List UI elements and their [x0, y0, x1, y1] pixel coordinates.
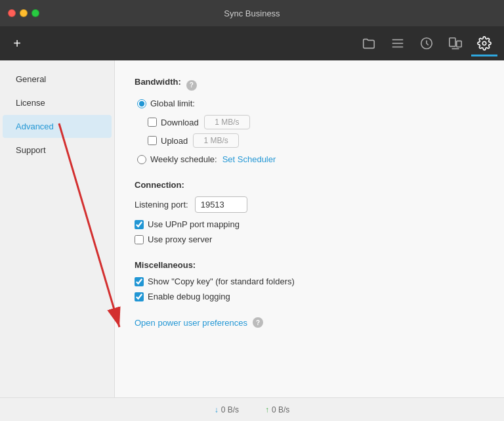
content-area: Bandwidth: ? Global limit: Download	[115, 60, 504, 397]
sidebar-item-support[interactable]: Support	[3, 139, 112, 162]
add-button[interactable]: +	[7, 33, 28, 54]
upload-status-value: 0 B/s	[272, 405, 289, 414]
sidebar: General License Advanced Support	[0, 60, 115, 397]
app-title: Sync Business	[224, 9, 280, 18]
power-user-help-icon[interactable]: ?	[253, 317, 263, 328]
connection-title: Connection:	[135, 180, 484, 190]
miscellaneous-section: Miscellaneous: Show "Copy key" (for stan…	[135, 260, 484, 301]
clock-icon[interactable]	[413, 30, 440, 56]
copy-key-row[interactable]: Show "Copy key" (for standard folders)	[135, 277, 484, 286]
download-status-value: 0 B/s	[221, 405, 239, 414]
weekly-schedule-radio-label[interactable]: Weekly schedule:	[137, 154, 217, 164]
set-scheduler-link[interactable]: Set Scheduler	[222, 154, 276, 164]
bandwidth-title: Bandwidth:	[135, 77, 181, 87]
bandwidth-section: Bandwidth: ? Global limit: Download	[135, 77, 484, 164]
misc-title: Miscellaneous:	[135, 260, 484, 270]
upload-checkbox-label[interactable]: Upload	[148, 136, 188, 146]
titlebar: Sync Business	[0, 0, 504, 26]
weekly-schedule-radio[interactable]	[137, 155, 146, 164]
sidebar-item-license[interactable]: License	[3, 91, 112, 114]
global-limit-radio-label[interactable]: Global limit:	[137, 99, 195, 108]
traffic-lights	[8, 9, 39, 17]
global-limit-radio[interactable]	[137, 99, 146, 108]
svg-rect-4	[450, 38, 455, 47]
download-checkbox[interactable]	[148, 118, 157, 127]
bandwidth-help-icon[interactable]: ?	[186, 80, 197, 91]
download-speed-input[interactable]	[204, 115, 250, 129]
upnp-row[interactable]: Use UPnP port mapping	[135, 219, 484, 229]
toolbar: +	[0, 26, 504, 60]
svg-rect-5	[457, 41, 461, 47]
devices-icon[interactable]	[442, 30, 469, 56]
sidebar-item-advanced[interactable]: Advanced	[3, 115, 112, 138]
main-layout: General License Advanced Support Bandwid…	[0, 60, 504, 397]
close-button[interactable]	[8, 9, 16, 17]
debug-checkbox[interactable]	[135, 292, 144, 301]
upload-row: Upload	[148, 133, 484, 148]
folder-icon[interactable]	[356, 30, 382, 56]
sidebar-item-general[interactable]: General	[3, 68, 112, 91]
upnp-checkbox[interactable]	[135, 220, 144, 229]
minimize-button[interactable]	[20, 9, 28, 17]
proxy-checkbox[interactable]	[135, 235, 144, 244]
download-arrow-icon: ↓	[215, 405, 219, 414]
debug-row[interactable]: Enable debug logging	[135, 292, 484, 301]
listening-port-input[interactable]	[195, 196, 247, 213]
proxy-row[interactable]: Use proxy server	[135, 234, 484, 244]
upload-arrow-icon: ↑	[265, 405, 269, 414]
statusbar: ↓ 0 B/s ↑ 0 B/s	[0, 397, 504, 421]
upload-status: ↑ 0 B/s	[265, 405, 289, 414]
power-user-link[interactable]: Open power user preferences	[135, 318, 247, 328]
download-status: ↓ 0 B/s	[215, 405, 239, 414]
gear-icon[interactable]	[471, 30, 497, 56]
upload-checkbox[interactable]	[148, 136, 157, 145]
connection-section: Connection: Listening port: Use UPnP por…	[135, 180, 484, 244]
download-row: Download	[148, 115, 484, 129]
copy-key-checkbox[interactable]	[135, 277, 144, 286]
svg-point-7	[482, 41, 486, 45]
maximize-button[interactable]	[32, 9, 39, 17]
power-user-row: Open power user preferences ?	[135, 317, 484, 328]
upload-speed-input[interactable]	[193, 133, 239, 148]
listening-port-label: Listening port:	[135, 200, 188, 210]
list-icon[interactable]	[385, 30, 411, 56]
download-checkbox-label[interactable]: Download	[148, 118, 199, 127]
